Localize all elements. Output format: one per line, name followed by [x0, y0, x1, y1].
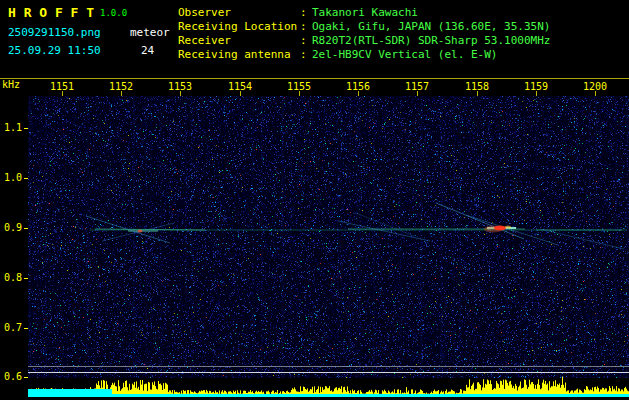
observation-mode: meteor: [130, 26, 170, 39]
freq-tick-label: 1.0: [0, 172, 22, 183]
station-info: Observer:Takanori Kawachi Receiving Loca…: [178, 6, 550, 61]
station-label: Receiving Location: [178, 20, 300, 33]
station-colon: :: [300, 6, 312, 19]
capture-datetime: 25.09.29 11:50: [8, 44, 101, 57]
header-separator-line: [0, 78, 629, 79]
station-value: R820T2(RTL-SDR) SDR-Sharp 53.1000MHz: [312, 34, 550, 47]
app-title: H R O F F T: [8, 5, 94, 20]
spectrogram-canvas: [28, 96, 629, 400]
echo-count: 24: [141, 44, 154, 57]
freq-tick-label: 0.8: [0, 272, 22, 283]
station-colon: :: [300, 20, 312, 33]
station-value: Ogaki, Gifu, JAPAN (136.60E, 35.35N): [312, 20, 550, 33]
freq-tick-label: 0.7: [0, 322, 22, 333]
freq-tick-label: 1.1: [0, 122, 22, 133]
station-value: 2el-HB9CV Vertical (el. E-W): [312, 48, 550, 61]
app-version: 1.0.0: [100, 8, 127, 18]
capture-filename: 2509291150.png: [8, 26, 101, 39]
freq-tick-label: 0.6: [0, 371, 22, 382]
station-colon: :: [300, 34, 312, 47]
station-label: Observer: [178, 6, 300, 19]
hrofft-screen: H R O F F T 1.0.0 2509291150.png meteor …: [0, 0, 629, 400]
station-colon: :: [300, 48, 312, 61]
station-label: Receiver: [178, 34, 300, 47]
freq-tick-label: 0.9: [0, 222, 22, 233]
station-value: Takanori Kawachi: [312, 6, 550, 19]
station-label: Receiving antenna: [178, 48, 300, 61]
freq-axis-unit: kHz: [2, 79, 20, 90]
